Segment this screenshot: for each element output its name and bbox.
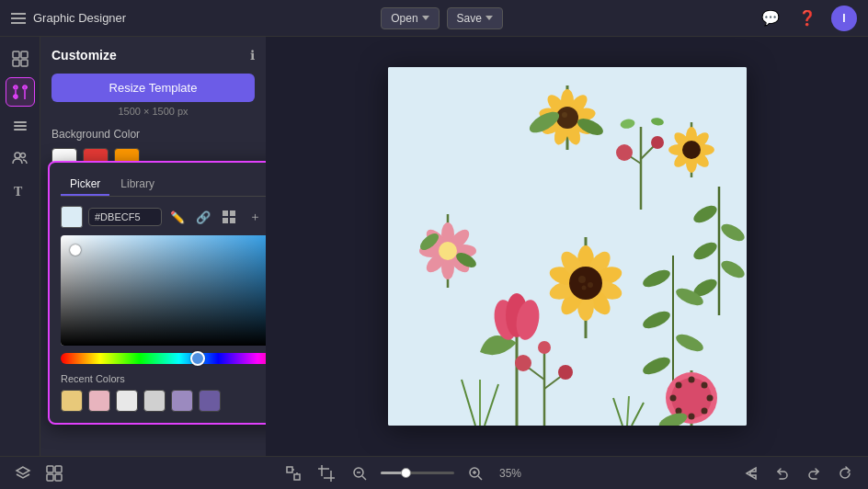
tab-library[interactable]: Library (111, 174, 164, 196)
recent-swatch-2[interactable] (88, 390, 110, 412)
zoom-fill (381, 472, 403, 474)
hamburger-icon[interactable] (11, 13, 26, 24)
svg-rect-20 (223, 218, 228, 223)
svg-rect-121 (47, 466, 53, 472)
share-icon[interactable] (739, 461, 763, 485)
svg-point-101 (701, 382, 707, 389)
recent-label: Recent Colors (61, 373, 266, 384)
svg-rect-125 (287, 467, 292, 472)
svg-point-88 (439, 242, 457, 260)
dimensions-text: 1500 × 1500 px (51, 106, 255, 117)
recent-swatch-1[interactable] (61, 390, 83, 412)
svg-point-50 (616, 144, 633, 161)
undo-icon[interactable] (771, 461, 794, 485)
crop-icon[interactable] (314, 461, 338, 485)
link-icon[interactable]: 🔗 (193, 207, 213, 227)
chat-icon[interactable]: 💬 (758, 6, 783, 31)
svg-point-46 (682, 141, 701, 159)
zoom-slider[interactable] (381, 472, 454, 474)
svg-point-51 (651, 136, 664, 149)
redo-icon[interactable] (802, 461, 826, 485)
hue-handle[interactable] (190, 351, 205, 366)
zoom-thumb[interactable] (401, 468, 411, 478)
recent-swatch-3[interactable] (116, 390, 138, 412)
panel: Customize ℹ Resize Template 1500 × 1500 … (40, 37, 266, 456)
recent-swatches (61, 390, 266, 412)
recent-swatch-6[interactable] (199, 390, 221, 412)
svg-rect-3 (21, 60, 28, 66)
topbar: Graphic Designer Open Save 💬 ❓ I (0, 0, 868, 37)
chevron-down-icon (422, 16, 429, 20)
open-button[interactable]: Open (381, 7, 439, 29)
svg-point-107 (688, 414, 694, 420)
icon-sidebar: T (0, 37, 40, 456)
sidebar-icon-customize[interactable] (6, 77, 35, 107)
grid-icon[interactable] (219, 207, 239, 227)
sidebar-icon-grid[interactable] (6, 44, 35, 74)
grid-view-icon[interactable] (42, 461, 66, 485)
svg-point-16 (20, 154, 25, 158)
svg-rect-122 (55, 466, 62, 472)
svg-rect-14 (14, 129, 27, 131)
svg-rect-124 (55, 474, 62, 481)
svg-point-15 (15, 153, 20, 158)
save-button[interactable]: Save (447, 7, 503, 29)
customize-title: Customize (51, 48, 117, 63)
fit-icon[interactable] (281, 461, 305, 485)
color-gradient-area[interactable] (61, 235, 266, 346)
svg-point-114 (538, 341, 551, 354)
svg-point-106 (675, 408, 681, 415)
sidebar-icon-layers[interactable] (6, 110, 35, 140)
hex-row: ✏️ 🔗 ＋ (61, 206, 266, 228)
canvas-area (266, 37, 868, 456)
zoom-in-icon[interactable] (463, 461, 487, 485)
resize-template-button[interactable]: Resize Template (51, 74, 255, 102)
svg-rect-13 (14, 125, 27, 127)
sidebar-icon-text[interactable]: T (6, 176, 35, 206)
picker-tabs: Picker Library (61, 174, 266, 197)
bottom-center: 35% (281, 461, 524, 485)
svg-line-139 (478, 476, 482, 480)
svg-rect-0 (13, 51, 19, 58)
svg-point-112 (515, 355, 531, 371)
svg-point-74 (581, 286, 586, 290)
bottom-right (739, 461, 857, 485)
chevron-down-icon (485, 16, 493, 20)
svg-point-113 (558, 365, 573, 380)
refresh-icon[interactable] (833, 461, 857, 485)
svg-rect-126 (294, 474, 300, 480)
recent-swatch-5[interactable] (171, 390, 193, 412)
color-picker-popup: Picker Library ✏️ 🔗 ＋ (48, 161, 266, 425)
svg-rect-2 (13, 60, 19, 66)
bottom-left (11, 461, 66, 485)
zoom-out-icon[interactable] (348, 461, 371, 485)
tab-picker[interactable]: Picker (61, 174, 109, 196)
svg-point-33 (556, 107, 578, 129)
svg-point-102 (675, 382, 681, 389)
svg-point-34 (562, 112, 567, 118)
svg-point-72 (578, 276, 586, 283)
info-icon[interactable]: ℹ (250, 48, 255, 63)
svg-rect-123 (47, 474, 53, 481)
svg-point-105 (701, 408, 707, 415)
hue-bar[interactable] (61, 353, 266, 364)
zoom-track[interactable] (381, 472, 454, 474)
recent-swatch-4[interactable] (143, 390, 166, 412)
gradient-handle[interactable] (70, 244, 81, 256)
topbar-right: 💬 ❓ I (758, 6, 857, 31)
hex-swatch[interactable] (61, 206, 83, 228)
app-title: Graphic Designer (33, 11, 126, 25)
svg-line-135 (362, 476, 366, 480)
help-icon[interactable]: ❓ (794, 6, 820, 31)
svg-rect-18 (223, 210, 228, 216)
sidebar-icon-users[interactable] (6, 143, 35, 173)
avatar[interactable]: I (831, 6, 857, 31)
layers-icon[interactable] (11, 461, 35, 485)
hex-input[interactable] (88, 208, 162, 226)
svg-rect-1 (21, 51, 28, 58)
topbar-left: Graphic Designer (11, 11, 126, 25)
eyedropper-icon[interactable]: ✏️ (167, 207, 188, 227)
add-icon[interactable]: ＋ (245, 207, 265, 227)
svg-point-104 (669, 395, 676, 402)
svg-text:T: T (14, 185, 23, 199)
